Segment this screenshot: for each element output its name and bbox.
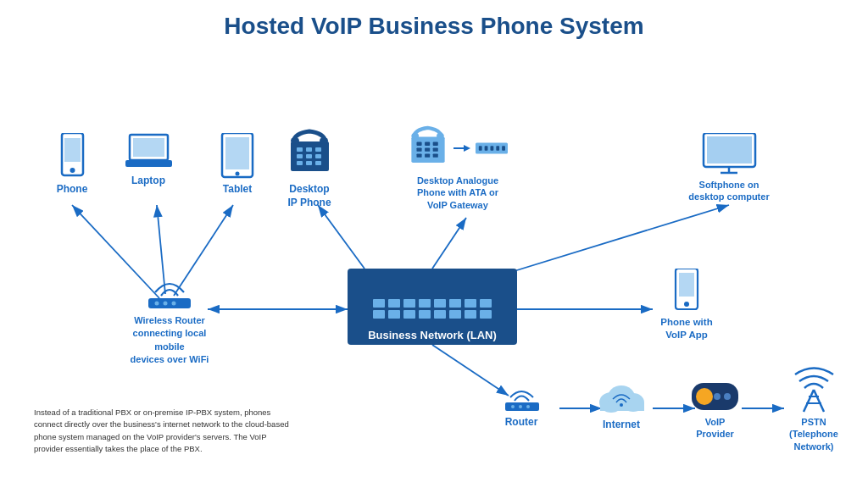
building-windows xyxy=(348,299,517,324)
svg-point-67 xyxy=(511,405,515,408)
router-bottom-icon xyxy=(498,379,545,413)
svg-rect-30 xyxy=(297,161,303,165)
svg-point-45 xyxy=(411,133,419,139)
svg-line-80 xyxy=(814,390,824,412)
laptop-label: Laptop xyxy=(131,175,165,188)
svg-rect-26 xyxy=(315,147,321,152)
desktop-ip-phone-icon xyxy=(287,129,333,180)
svg-rect-18 xyxy=(133,138,164,157)
desktop-analogue-device: Desktop AnaloguePhone with ATA orVoIP Ga… xyxy=(398,125,517,211)
svg-line-79 xyxy=(804,390,814,412)
svg-point-74 xyxy=(620,403,623,407)
diagram-area: Phone Laptop Tablet xyxy=(17,48,851,463)
tablet-icon xyxy=(220,133,255,180)
page-title: Hosted VoIP Business Phone System xyxy=(17,8,851,40)
softphone-icon xyxy=(702,133,757,175)
svg-rect-43 xyxy=(425,153,430,157)
wireless-router-label: Wireless Routerconnecting local mobilede… xyxy=(119,314,220,367)
svg-rect-51 xyxy=(485,146,488,150)
svg-rect-41 xyxy=(433,148,438,152)
svg-rect-37 xyxy=(425,142,430,146)
svg-point-60 xyxy=(155,302,159,306)
svg-rect-52 xyxy=(490,146,493,150)
svg-point-78 xyxy=(724,393,731,400)
svg-rect-64 xyxy=(679,273,694,297)
svg-point-33 xyxy=(291,137,299,144)
svg-point-65 xyxy=(684,302,689,307)
svg-rect-36 xyxy=(416,142,421,146)
analogue-phone-icon xyxy=(408,125,448,171)
main-container: Hosted VoIP Business Phone System xyxy=(0,0,868,488)
phone-icon xyxy=(58,133,87,180)
svg-rect-50 xyxy=(479,146,482,150)
svg-point-61 xyxy=(164,302,168,306)
voip-provider-device: VoIPProvider xyxy=(683,383,747,441)
desktop-ip-phone-label: Desktop IP Phone xyxy=(287,183,331,209)
svg-point-46 xyxy=(437,133,444,139)
pstn-tower-icon xyxy=(791,366,837,413)
laptop-icon xyxy=(125,133,172,171)
bottom-description: Instead of a traditional PBX or on-premi… xyxy=(34,407,297,455)
svg-marker-48 xyxy=(464,145,470,152)
svg-rect-19 xyxy=(125,160,172,167)
svg-rect-39 xyxy=(416,148,421,152)
voip-provider-icon xyxy=(692,383,738,413)
voip-provider-label: VoIPProvider xyxy=(696,416,734,441)
svg-point-22 xyxy=(236,172,240,176)
internet-device: Internet xyxy=(587,377,655,432)
business-network: Business Network (LAN) xyxy=(348,269,517,345)
svg-point-16 xyxy=(70,168,75,173)
svg-rect-54 xyxy=(502,146,505,150)
internet-label: Internet xyxy=(603,419,640,432)
ata-arrow-icon xyxy=(453,142,470,154)
pstn-device: PSTN(TelephoneNetwork) xyxy=(776,366,852,452)
laptop-device: Laptop xyxy=(110,133,186,188)
pstn-label: PSTN(TelephoneNetwork) xyxy=(789,416,838,452)
svg-rect-24 xyxy=(297,147,303,152)
softphone-device: Softphone ondesktop computer xyxy=(687,133,771,203)
svg-rect-40 xyxy=(425,148,430,152)
svg-point-69 xyxy=(526,405,530,408)
phone-label: Phone xyxy=(57,183,88,197)
svg-rect-25 xyxy=(306,147,312,152)
business-network-label: Business Network (LAN) xyxy=(364,324,500,345)
desktop-analogue-label: Desktop AnaloguePhone with ATA orVoIP Ga… xyxy=(417,175,498,211)
phone-voip-device: Phone withVoIP App xyxy=(653,269,721,341)
phone-device: Phone xyxy=(34,133,110,197)
svg-point-68 xyxy=(519,405,522,408)
svg-rect-56 xyxy=(707,136,752,164)
phone-voip-icon xyxy=(673,269,700,313)
svg-point-76 xyxy=(696,388,713,405)
svg-rect-44 xyxy=(433,153,438,157)
router-bottom-label: Router xyxy=(505,416,538,430)
ata-box-icon xyxy=(476,139,508,158)
svg-rect-27 xyxy=(297,154,303,158)
phone-voip-label: Phone withVoIP App xyxy=(660,316,712,341)
router-bottom-device: Router xyxy=(487,379,555,430)
svg-line-7 xyxy=(432,218,466,269)
svg-rect-21 xyxy=(225,137,249,169)
svg-point-77 xyxy=(714,393,721,400)
svg-rect-38 xyxy=(433,142,438,146)
svg-point-62 xyxy=(172,302,176,306)
wireless-router-device: Wireless Routerconnecting local mobilede… xyxy=(119,269,220,367)
tablet-device: Tablet xyxy=(199,133,275,197)
svg-rect-15 xyxy=(64,138,81,162)
softphone-label: Softphone ondesktop computer xyxy=(688,179,769,203)
desktop-ip-phone-device: Desktop IP Phone xyxy=(275,129,343,209)
svg-rect-32 xyxy=(315,161,321,165)
internet-cloud-icon xyxy=(594,377,649,415)
svg-line-6 xyxy=(318,205,364,269)
svg-rect-28 xyxy=(306,154,312,158)
svg-point-34 xyxy=(320,137,328,144)
analogue-group xyxy=(408,125,508,171)
wireless-router-icon xyxy=(140,269,199,311)
svg-rect-29 xyxy=(315,154,321,158)
svg-rect-31 xyxy=(306,161,312,165)
tablet-label: Tablet xyxy=(223,183,252,197)
svg-rect-53 xyxy=(496,146,499,150)
svg-rect-42 xyxy=(416,153,421,157)
svg-line-8 xyxy=(509,205,729,273)
